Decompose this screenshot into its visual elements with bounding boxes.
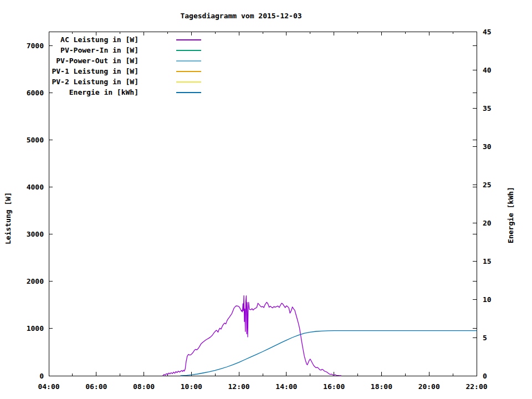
series-ac-leistung-in-w bbox=[163, 296, 341, 376]
legend-entry: PV-Power-In in [W] bbox=[0, 45, 201, 55]
y1-tick-label: 3000 bbox=[27, 230, 44, 238]
legend-entry-label: AC Leistung in [W] bbox=[0, 35, 139, 44]
legend-entry-label: Energie in [kWh] bbox=[0, 88, 139, 96]
y-axis-label-power: Leistung [W] bbox=[4, 192, 12, 244]
x-tick-label: 14:00 bbox=[275, 382, 297, 391]
legend-entry: PV-Power-Out in [W] bbox=[0, 55, 201, 66]
x-tick-label: 12:00 bbox=[228, 382, 250, 391]
x-tick-label: 08:00 bbox=[133, 382, 155, 391]
y2-tick-label: 0 bbox=[483, 372, 487, 380]
legend-sample-line bbox=[176, 39, 201, 40]
y1-tick-label: 2000 bbox=[27, 277, 44, 285]
y2-tick-label: 15 bbox=[483, 257, 492, 265]
legend-sample-line bbox=[176, 81, 201, 83]
x-tick-label: 18:00 bbox=[371, 382, 392, 391]
x-tick-label: 06:00 bbox=[85, 382, 107, 391]
y2-tick-label: 45 bbox=[483, 28, 492, 36]
x-tick-label: 10:00 bbox=[181, 382, 202, 391]
y2-tick-label: 20 bbox=[483, 219, 492, 227]
legend-entry: PV-2 Leistung in [W] bbox=[0, 76, 201, 87]
y2-axis-ticks bbox=[473, 32, 477, 376]
legend-entry-label: PV-1 Leistung in [W] bbox=[0, 67, 139, 75]
legend-entry: AC Leistung in [W] bbox=[0, 34, 201, 45]
y1-tick-label: 1000 bbox=[27, 324, 44, 332]
legend: AC Leistung in [W]PV-Power-In in [W]PV-P… bbox=[0, 34, 201, 98]
y2-tick-label: 5 bbox=[483, 334, 487, 342]
y1-tick-label: 0 bbox=[39, 372, 44, 380]
legend-entry: Energie in [kWh] bbox=[0, 87, 201, 98]
legend-sample-line bbox=[176, 60, 201, 62]
y2-tick-label: 30 bbox=[483, 142, 492, 151]
y2-axis-label-energy: Energie [kWh] bbox=[507, 187, 515, 243]
legend-sample-line bbox=[176, 92, 201, 93]
chart-title: Tagesdiagramm vom 2015-12-03 bbox=[0, 12, 482, 20]
legend-sample-line bbox=[176, 50, 201, 51]
y2-tick-label: 10 bbox=[483, 295, 492, 304]
legend-entry-label: PV-Power-Out in [W] bbox=[0, 57, 139, 65]
legend-entry-label: PV-2 Leistung in [W] bbox=[0, 78, 139, 86]
x-tick-label: 22:00 bbox=[466, 382, 487, 391]
x-tick-label: 20:00 bbox=[418, 382, 440, 391]
y2-axis-tick-labels: 051015202530354045 bbox=[483, 28, 492, 380]
x-tick-label: 04:00 bbox=[38, 382, 59, 391]
y2-tick-label: 40 bbox=[483, 66, 492, 74]
legend-sample-line bbox=[176, 71, 201, 72]
x-tick-label: 16:00 bbox=[323, 382, 345, 391]
series-energie-in-kwh bbox=[181, 331, 477, 376]
legend-entry-label: PV-Power-In in [W] bbox=[0, 46, 139, 54]
y1-tick-label: 5000 bbox=[27, 136, 44, 144]
legend-entry: PV-1 Leistung in [W] bbox=[0, 66, 201, 76]
y2-tick-label: 35 bbox=[483, 104, 492, 112]
daily-pv-chart: 04:0006:0008:0010:0012:0014:0016:0018:00… bbox=[0, 0, 532, 399]
y1-tick-label: 4000 bbox=[27, 183, 44, 191]
y2-tick-label: 25 bbox=[483, 181, 492, 189]
x-axis-tick-labels: 04:0006:0008:0010:0012:0014:0016:0018:00… bbox=[38, 382, 487, 391]
